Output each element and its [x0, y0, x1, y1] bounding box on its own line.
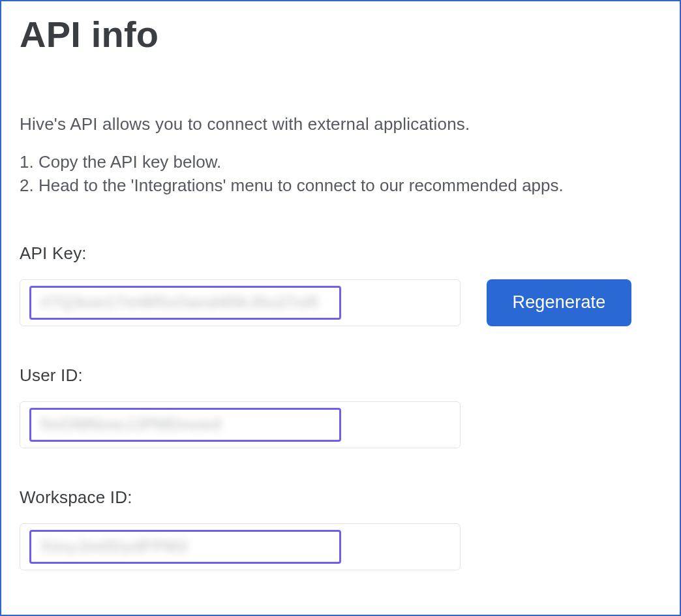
- user-id-value: fmOMNowJJPMDnoed: [40, 414, 221, 435]
- workspace-id-label: Workspace ID:: [20, 487, 661, 508]
- regenerate-button[interactable]: Regenerate: [487, 279, 631, 326]
- workspace-id-field-inner[interactable]: XmyJm0DydFPM3: [29, 530, 341, 564]
- steps-text: 1. Copy the API key below. 2. Head to th…: [20, 150, 661, 198]
- api-key-field-inner[interactable]: #7Q3ow17mWfixOand4fikJ0u27oR: [29, 286, 341, 320]
- step-1: 1. Copy the API key below.: [20, 150, 661, 174]
- step-2: 2. Head to the 'Integrations' menu to co…: [20, 174, 661, 197]
- user-id-field-inner[interactable]: fmOMNowJJPMDnoed: [29, 408, 341, 442]
- api-key-block: API Key: #7Q3ow17mWfixOand4fikJ0u27oR Re…: [20, 243, 661, 326]
- workspace-id-field-outer[interactable]: XmyJm0DydFPM3: [20, 523, 461, 570]
- user-id-label: User ID:: [20, 365, 661, 386]
- api-key-field-outer[interactable]: #7Q3ow17mWfixOand4fikJ0u27oR: [20, 279, 461, 326]
- api-info-panel: API info Hive's API allows you to connec…: [0, 0, 681, 616]
- api-key-value: #7Q3ow17mWfixOand4fikJ0u27oR: [40, 292, 318, 313]
- user-id-block: User ID: fmOMNowJJPMDnoed: [20, 365, 661, 448]
- page-title: API info: [20, 13, 661, 55]
- api-key-label: API Key:: [20, 243, 661, 264]
- user-id-field-outer[interactable]: fmOMNowJJPMDnoed: [20, 401, 461, 448]
- workspace-id-block: Workspace ID: XmyJm0DydFPM3: [20, 487, 661, 570]
- workspace-id-value: XmyJm0DydFPM3: [40, 536, 187, 557]
- intro-text: Hive's API allows you to connect with ex…: [20, 114, 661, 134]
